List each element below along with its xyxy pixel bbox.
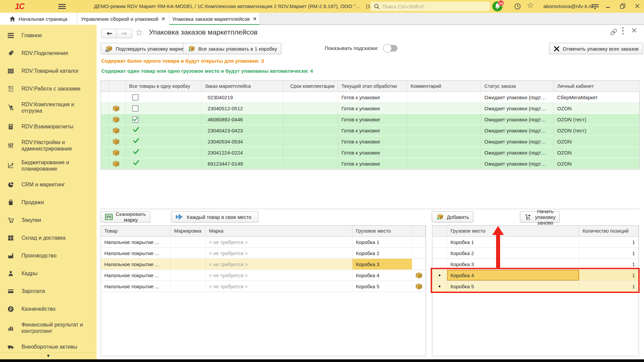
place-cell[interactable]: Коробка 5 <box>353 281 412 292</box>
sidebar-item[interactable]: RDV:Настройки и администрирование <box>0 135 97 156</box>
place-cell[interactable]: Коробка 2 <box>353 248 412 259</box>
pack-in-one-box-cell[interactable] <box>126 125 202 136</box>
service-menu-icon[interactable] <box>591 3 599 10</box>
history-icon[interactable] <box>514 3 521 10</box>
tab-home[interactable]: Начальная страница <box>0 13 77 25</box>
order-number-cell[interactable]: 46080892-0446 <box>202 114 283 125</box>
column-header[interactable]: Грузовое место <box>447 226 579 237</box>
restore-button[interactable] <box>620 3 626 9</box>
tab-close-icon[interactable]: ✕ <box>161 16 165 21</box>
each-item-own-place-button[interactable]: Каждый товар в свое место <box>171 211 258 223</box>
forward-button[interactable] <box>117 29 132 38</box>
sidebar-item[interactable]: Казначейство <box>0 300 97 318</box>
column-header[interactable] <box>109 81 126 92</box>
column-header[interactable]: Все товары в одну коробку <box>126 81 202 92</box>
count-cell[interactable]: 1 <box>579 248 639 259</box>
favorite-page-star-icon[interactable]: ☆ <box>135 27 143 38</box>
horizontal-splitter[interactable] <box>101 209 639 209</box>
sidebar-item[interactable]: RDV:Комплектация и отгрузка <box>0 98 97 118</box>
sidebar-item[interactable]: Кадры <box>0 264 97 282</box>
main-menu-icon[interactable] <box>58 3 66 10</box>
sidebar-item[interactable]: RDV:Взаиморасчеты <box>0 118 97 135</box>
checkbox-checked[interactable] <box>132 116 139 123</box>
order-row[interactable]: 23040512-0512Готов к упаковкеОжидает упа… <box>101 103 639 114</box>
global-search-input[interactable]: Поиск Ctrl+Shift+F <box>371 2 490 11</box>
sidebar-item[interactable]: Продажи <box>0 193 97 211</box>
product-cell[interactable]: Напольное покрытие ... <box>101 237 171 248</box>
pack-in-one-box-cell[interactable] <box>126 136 202 147</box>
order-number-cell[interactable]: 69123447-0149 <box>202 158 283 169</box>
count-cell[interactable]: 1 <box>579 237 639 248</box>
add-place-button[interactable]: Добавить <box>432 211 473 223</box>
sidebar-scroll-down-icon[interactable]: ▼ <box>0 353 97 358</box>
item-row[interactable]: Напольное покрытие ...< не требуется >Ко… <box>101 259 426 270</box>
sidebar-item[interactable]: %Бюджетирование и планирование <box>0 156 97 176</box>
get-link-icon[interactable] <box>609 27 618 37</box>
cancel-all-packing-button[interactable]: Отменить упаковку всех заказов <box>549 43 643 54</box>
order-number-cell[interactable]: 23040423-0423 <box>202 125 283 136</box>
favorites-star-icon[interactable]: ☆ <box>527 1 534 10</box>
order-number-cell[interactable]: 023040219 <box>202 92 283 103</box>
place-cell[interactable]: Коробка 2 <box>447 248 579 259</box>
close-page-icon[interactable] <box>631 27 637 33</box>
column-header[interactable]: Марка <box>206 226 353 237</box>
sidebar-item[interactable]: RDV:Подключения <box>0 44 97 62</box>
item-row[interactable]: Напольное покрытие ...< не требуется >Ко… <box>101 237 426 248</box>
place-cell[interactable]: Коробка 4 <box>353 270 412 281</box>
show-hints-toggle[interactable] <box>384 45 397 52</box>
checkbox-unchecked[interactable] <box>132 105 139 112</box>
pack-in-one-box-cell[interactable] <box>126 158 202 169</box>
pack-in-one-box-cell[interactable] <box>126 92 202 103</box>
place-row[interactable]: Коробка 21 <box>432 248 639 259</box>
sidebar-item[interactable]: Финансовый результат и контроллинг <box>0 318 97 338</box>
column-header[interactable]: Количество позиций <box>579 226 639 237</box>
place-row[interactable]: Коробка 11 <box>432 237 639 248</box>
column-header[interactable]: Маркировка <box>171 226 206 237</box>
order-row[interactable]: 69123447-0149Готов к упаковкеОжидает упа… <box>101 158 639 169</box>
product-cell[interactable]: Напольное покрытие ... <box>101 248 171 259</box>
pack-in-one-box-cell[interactable] <box>126 103 202 114</box>
sidebar-item[interactable]: Склад и доставка <box>0 229 97 247</box>
pack-all-in-one-box-button[interactable]: Все заказы упаковать в 1 коробку <box>183 43 281 54</box>
column-header[interactable]: Грузовое место <box>353 226 412 237</box>
place-cell[interactable]: Коробка 3 <box>353 259 412 270</box>
back-button[interactable] <box>101 29 117 38</box>
column-header[interactable] <box>101 81 109 92</box>
user-email[interactable]: aborovtsova@rdv-it.ru <box>543 3 593 9</box>
place-cell[interactable]: Коробка 1 <box>447 237 579 248</box>
pack-in-one-box-cell[interactable] <box>126 114 202 125</box>
column-header[interactable]: Текущий этап обработки <box>338 81 407 92</box>
sidebar-item[interactable]: Зарплата <box>0 282 97 300</box>
column-header[interactable]: Комментарий <box>407 81 481 92</box>
minimize-button[interactable] <box>606 4 610 8</box>
order-number-cell[interactable]: 23040534-0534 <box>202 136 283 147</box>
sidebar-item[interactable]: Закупки <box>0 211 97 229</box>
order-row[interactable]: 23041224-0224Готов к упаковкеОжидает упа… <box>101 147 639 158</box>
column-header[interactable]: Срок комплектации <box>283 81 338 92</box>
product-cell[interactable]: Напольное покрытие ... <box>101 259 171 270</box>
sidebar-item[interactable]: CRM и маркетинг <box>0 176 97 193</box>
item-row[interactable]: Напольное покрытие ...< не требуется >Ко… <box>101 270 426 281</box>
product-cell[interactable]: Напольное покрытие ... <box>101 270 171 281</box>
more-menu-icon[interactable] <box>622 27 624 35</box>
tab-close-icon[interactable]: ✕ <box>253 16 257 21</box>
column-header[interactable] <box>432 226 447 237</box>
column-header[interactable] <box>412 226 426 237</box>
order-number-cell[interactable]: 23040512-0512 <box>202 103 283 114</box>
order-row[interactable]: 23040534-0534Готов к упаковкеОжидает упа… <box>101 136 639 147</box>
column-header[interactable]: Личный кабинет <box>554 81 640 92</box>
sidebar-item[interactable]: Главное <box>0 26 97 44</box>
order-number-cell[interactable]: 23041224-0224 <box>202 147 283 158</box>
item-row[interactable]: Напольное покрытие ...< не требуется >Ко… <box>101 248 426 259</box>
column-header[interactable]: Статус заказа <box>481 81 554 92</box>
sidebar-item[interactable]: RDV:Работа с заказами <box>0 80 97 98</box>
close-window-button[interactable] <box>635 3 640 9</box>
scan-mark-button[interactable]: Сканировать марку <box>101 211 150 223</box>
order-row[interactable]: 23040423-0423Готов к упаковкеОжидает упа… <box>101 125 639 136</box>
restart-packing-button[interactable]: Начать упаковку заново <box>520 211 560 223</box>
place-cell[interactable]: Коробка 1 <box>353 237 412 248</box>
sidebar-item[interactable]: RDV:Товарный каталог <box>0 62 97 80</box>
pack-in-one-box-cell[interactable] <box>126 147 202 158</box>
column-header[interactable]: Заказ маркетплейса <box>202 81 283 92</box>
notifications-button[interactable]: 14 <box>492 1 502 11</box>
